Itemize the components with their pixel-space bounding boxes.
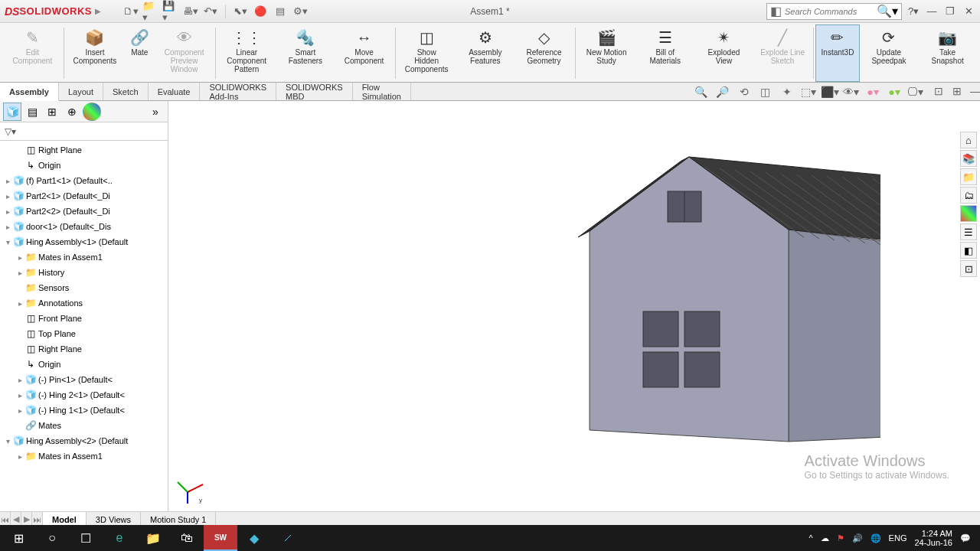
search-commands-input[interactable] — [785, 7, 877, 16]
select-button[interactable]: ⬉▾ — [232, 3, 249, 20]
tray-chevron-icon[interactable]: ^ — [808, 533, 812, 543]
tree-item[interactable]: ▸🧊Part2<2> (Default<_Di — [0, 204, 168, 219]
solidworks-taskbar-icon[interactable]: SW — [204, 525, 237, 551]
reference-geometry-button[interactable]: ◇Reference Geometry — [514, 24, 573, 82]
expand-icon[interactable]: ▸ — [15, 299, 24, 308]
filter-bar[interactable]: ▽▾ — [0, 122, 168, 141]
update-speedpak-button[interactable]: ⟳Update Speedpak — [860, 24, 919, 82]
expand-icon[interactable]: ▸ — [3, 177, 12, 185]
assembly-features-button[interactable]: ⚙Assembly Features — [456, 24, 514, 82]
expand-icon[interactable]: ▸ — [15, 406, 24, 415]
expand-icon[interactable]: ▸ — [3, 207, 12, 216]
smart-fasteners-button[interactable]: 🔩Smart Fasteners — [276, 24, 335, 82]
forum-icon[interactable]: ◧ — [960, 242, 977, 259]
tray-clock[interactable]: 1:24 AM 24-Jun-16 — [914, 529, 952, 547]
view-settings-button[interactable]: ●▾ — [886, 83, 903, 100]
tray-lang[interactable]: ENG — [889, 533, 907, 543]
edge-icon[interactable]: e — [103, 525, 136, 551]
mate-button[interactable]: 🔗Mate — [124, 24, 155, 82]
help-button[interactable]: ?▾ — [906, 5, 920, 18]
open-file-button[interactable]: 📁▾ — [142, 3, 159, 20]
tab-solidworks-mbd[interactable]: SOLIDWORKS MBD — [276, 83, 353, 100]
move-component-button[interactable]: ↔Move Component — [335, 24, 394, 82]
feature-manager-tab[interactable]: 🧊 — [3, 103, 21, 121]
chevron-right-icon[interactable]: ▶ — [95, 7, 101, 15]
tray-network-icon[interactable]: 🌐 — [871, 533, 881, 543]
search-icon[interactable]: 🔍▾ — [877, 4, 898, 18]
tree-item[interactable]: ◫Front Plane — [0, 311, 168, 326]
notifications-icon[interactable]: 💬 — [960, 533, 971, 543]
panel-expand-button[interactable]: » — [146, 103, 165, 121]
tree-item[interactable]: ▸🧊(-) Pin<1> (Default< — [0, 372, 168, 387]
instant3d-button[interactable]: ✏Instant3D — [815, 24, 859, 82]
linear-component-pattern-button[interactable]: ⋮⋮Linear Component Pattern — [217, 24, 276, 82]
home-icon[interactable]: ⌂ — [960, 132, 977, 148]
expand-icon[interactable]: ▾ — [3, 437, 12, 445]
view-orientation-button[interactable]: ✦ — [779, 83, 795, 100]
viewport-min-icon[interactable]: ⊡ — [930, 83, 947, 99]
tab-solidworks-add-ins[interactable]: SOLIDWORKS Add-Ins — [200, 83, 276, 100]
expand-icon[interactable]: ▸ — [15, 452, 24, 461]
apply-scene-button[interactable]: ●▾ — [864, 83, 881, 100]
hide-show-button[interactable]: ⬛▾ — [822, 83, 838, 100]
search-commands-box[interactable]: ◧ 🔍▾ — [766, 3, 902, 20]
tray-onedrive-icon[interactable]: ☁ — [821, 533, 829, 543]
tree-item[interactable]: ▸📁Mates in Assem1 — [0, 448, 168, 464]
file-explorer-icon[interactable]: 📁 — [136, 525, 170, 551]
tree-item[interactable]: ◫Top Plane — [0, 326, 168, 341]
tab-flow-simulation[interactable]: Flow Simulation — [353, 83, 411, 100]
property-manager-tab[interactable]: ▤ — [23, 103, 41, 121]
tab-sketch[interactable]: Sketch — [103, 83, 149, 100]
undo-button[interactable]: ↶▾ — [202, 3, 219, 20]
dimxpert-tab[interactable]: ⊕ — [63, 103, 81, 121]
take-snapshot-button[interactable]: 📷Take Snapshot — [918, 24, 977, 82]
tree-item[interactable]: ↳Origin — [0, 357, 168, 372]
tree-item[interactable]: ▸🧊Part2<1> (Default<_Di — [0, 188, 168, 204]
display-style-button[interactable]: ⬚▾ — [800, 83, 817, 100]
tree-item[interactable]: ▸🧊(f) Part1<1> (Default<.. — [0, 173, 168, 188]
tree-item[interactable]: ◫Right Plane — [0, 341, 168, 357]
tree-item[interactable]: 📁Sensors — [0, 280, 168, 295]
section-view-button[interactable]: ◫ — [757, 83, 774, 100]
tree-item[interactable]: 🔗Mates — [0, 418, 168, 433]
viewport-minimize-button[interactable]: — — [967, 83, 980, 99]
show-hidden-components-button[interactable]: ◫Show Hidden Components — [397, 24, 456, 82]
tab-evaluate[interactable]: Evaluate — [149, 83, 201, 100]
design-library-icon[interactable]: 📁 — [960, 168, 977, 185]
options-button[interactable]: ▤ — [272, 3, 289, 20]
start-button[interactable]: ⊞ — [2, 525, 35, 551]
settings-button[interactable]: ⚙▾ — [292, 3, 309, 20]
expand-icon[interactable]: ▸ — [15, 253, 24, 262]
exploded-view-button[interactable]: ✴Exploded View — [694, 24, 753, 82]
configuration-manager-tab[interactable]: ⊞ — [43, 103, 61, 121]
close-button[interactable]: ✕ — [962, 5, 975, 18]
expand-icon[interactable]: ▸ — [15, 269, 24, 277]
task-view-icon[interactable]: ☐ — [69, 525, 103, 551]
previous-view-button[interactable]: ⟲ — [736, 83, 753, 100]
edit-appearance-button[interactable]: 👁▾ — [843, 83, 860, 100]
graphics-viewport[interactable]: y Activate Windows Go to Settings to act… — [168, 101, 980, 511]
tree-item[interactable]: ◫Right Plane — [0, 142, 168, 158]
display-manager-tab[interactable] — [83, 103, 101, 121]
expand-icon[interactable]: ▸ — [15, 376, 24, 384]
tree-item[interactable]: ▾🧊Hing Assembly<2> (Default — [0, 433, 168, 448]
render-tools-button[interactable]: 🖵▾ — [907, 83, 924, 100]
custom-props-icon[interactable]: ☰ — [960, 223, 977, 240]
tree-item[interactable]: ▸🧊(-) Hing 1<1> (Default< — [0, 403, 168, 418]
new-file-button[interactable]: 🗋▾ — [122, 3, 139, 20]
tree-item[interactable]: ▸📁Mates in Assem1 — [0, 249, 168, 265]
zoom-area-button[interactable]: 🔎 — [714, 83, 731, 100]
file-explorer-icon[interactable]: 🗂 — [960, 187, 977, 204]
cortana-icon[interactable]: ○ — [35, 525, 69, 551]
expand-icon[interactable]: ▸ — [15, 391, 24, 399]
tab-layout[interactable]: Layout — [59, 83, 103, 100]
rebuild-button[interactable]: 🔴 — [252, 3, 269, 20]
tab-assembly[interactable]: Assembly — [0, 83, 59, 101]
save-button[interactable]: 💾▾ — [162, 3, 179, 20]
tree-item[interactable]: ▸📁History — [0, 265, 168, 280]
minimize-button[interactable]: — — [925, 5, 939, 18]
expand-icon[interactable]: ▾ — [3, 238, 12, 246]
solidworks-online-icon[interactable]: ⊡ — [960, 260, 977, 277]
store-icon[interactable]: 🛍 — [170, 525, 204, 551]
expand-icon[interactable]: ▸ — [3, 223, 12, 231]
